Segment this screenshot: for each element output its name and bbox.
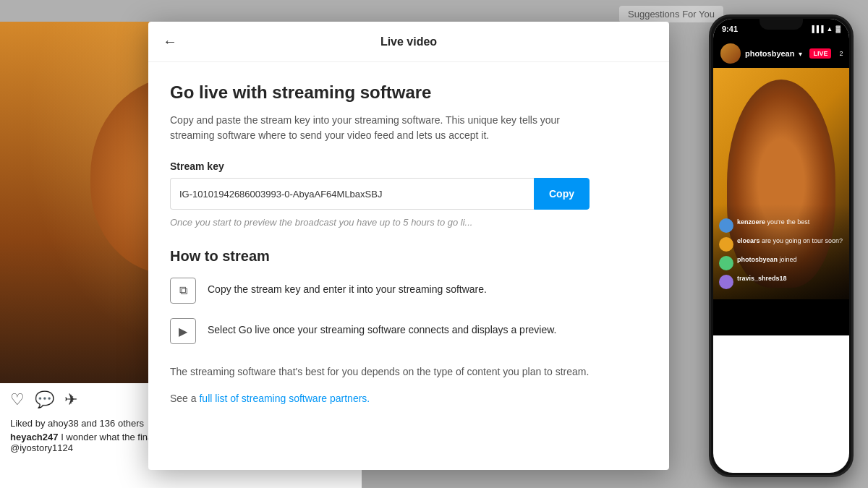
comment-text-3: photosbyean joined [737,256,797,265]
comment-text-2: eloears are you going on tour soon? [737,237,843,246]
step-2-text: Select Go live once your streaming softw… [208,318,556,338]
dropdown-icon: ▾ [799,50,802,58]
copy-button[interactable]: Copy [534,178,590,210]
phone-ig-header: photosbyean ▾ LIVE 2 [713,39,849,68]
phone-screen: 9:41 ▐▐▐ ▲ ▓ photosbyean ▾ LIVE 2 kenzoe… [713,19,849,473]
like-icon[interactable]: ♡ [10,390,25,409]
phone-username: photosbyean [745,49,794,58]
modal-body: Go live with streaming software Copy and… [148,62,669,467]
comment-avatar-1 [719,218,733,233]
how-to-title: How to stream [170,248,647,265]
phone-live-image: kenzoere you're the best eloears are you… [713,68,849,299]
software-note: The streaming software that's best for y… [170,364,590,380]
comment-avatar-2 [719,237,733,252]
copy-step-icon: ⧉ [170,278,196,304]
modal-main-title: Go live with streaming software [170,82,647,103]
how-to-steps: ⧉ Copy the stream key and enter it into … [170,278,647,344]
comment-icon[interactable]: 💬 [35,390,54,409]
phone-time: 9:41 [722,25,738,33]
share-icon[interactable]: ✈ [64,390,77,409]
step-row-1: ⧉ Copy the stream key and enter it into … [170,278,590,304]
phone-mockup: 9:41 ▐▐▐ ▲ ▓ photosbyean ▾ LIVE 2 kenzoe… [709,14,854,477]
battery-icon: ▓ [835,25,841,33]
partners-link-text: See a full list of streaming software pa… [170,393,647,404]
comment-avatar-3 [719,256,733,270]
modal-header: ← Live video [148,22,669,62]
comment-text-1: kenzoere you're the best [737,218,809,227]
comment-3: photosbyean joined [719,256,843,270]
phone-viewer-count: 2 [835,48,846,59]
phone-notch [760,17,803,30]
signal-icon: ▐▐▐ [809,25,823,33]
phone-comments-overlay: kenzoere you're the best eloears are you… [713,204,849,299]
wifi-icon: ▲ [827,25,833,33]
comment-1: kenzoere you're the best [719,218,843,233]
stream-key-row: Copy [170,178,590,210]
partners-link[interactable]: full list of streaming software partners… [199,393,370,404]
comment-text-4: travis_shreds18 [737,275,787,283]
phone-bottom-bar [713,299,849,335]
stream-key-note: Once you start to preview the broadcast … [170,217,590,228]
live-video-modal: ← Live video Go live with streaming soft… [148,22,669,470]
stream-key-input[interactable] [170,178,534,210]
phone-live-badge: LIVE [809,48,831,59]
comment-4: travis_shreds18 [719,275,843,289]
modal-description: Copy and paste the stream key into your … [170,113,590,143]
step-row-2: ▶ Select Go live once your streaming sof… [170,318,590,344]
phone-avatar [720,43,741,64]
play-step-icon: ▶ [170,318,196,344]
modal-title: Live video [380,35,437,48]
stream-key-label: Stream key [170,160,647,172]
modal-back-button[interactable]: ← [163,33,177,50]
suggestions-bar: Suggestions For You [619,6,723,22]
step-1-text: Copy the stream key and enter it into yo… [208,278,487,297]
comment-2: eloears are you going on tour soon? [719,237,843,252]
phone-status-icons: ▐▐▐ ▲ ▓ [809,25,841,33]
comment-avatar-4 [719,275,733,289]
